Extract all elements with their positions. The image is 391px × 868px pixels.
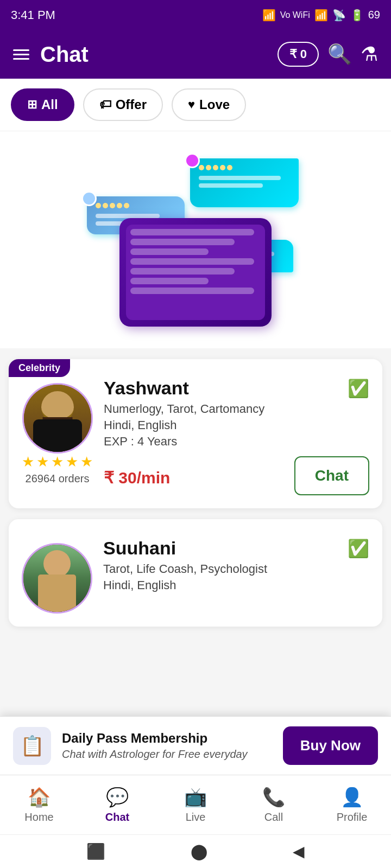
tab-offer[interactable]: 🏷 Offer — [83, 88, 163, 121]
chat-bubble-1 — [190, 158, 299, 207]
order-count: 26964 orders — [26, 473, 90, 485]
card-info: Yashwant ✅ Numerlogy, Tarot, Cartomancy … — [104, 372, 369, 495]
astrologer-name: Yashwant — [104, 378, 189, 399]
heart-icon: ♥ — [188, 98, 195, 112]
experience: EXP : 4 Years — [104, 435, 369, 449]
live-icon: 📺 — [184, 786, 207, 808]
bottom-stack: 📋 Daily Pass Membership Chat with Astrol… — [0, 716, 391, 868]
nav-chat[interactable]: 💬 Chat — [78, 775, 156, 834]
celebrity-badge: Celebrity — [9, 359, 70, 377]
avatar-suuhani — [22, 543, 92, 614]
avatar-yashwant — [22, 383, 93, 454]
price: ₹ 30/min — [104, 468, 170, 487]
verified-icon: ✅ — [348, 378, 369, 399]
hamburger-menu[interactable] — [13, 49, 29, 60]
pass-text: Daily Pass Membership Chat with Astrolog… — [62, 731, 272, 761]
status-bar: 3:41 PM 📶 Vo WiFi 📶 📡 🔋 69 — [0, 0, 391, 30]
home-label: Home — [24, 811, 53, 824]
battery-icon: 🔋 — [350, 9, 364, 22]
phone-graphic — [81, 153, 310, 327]
card-left-col-2 — [22, 532, 92, 614]
top-navigation: Chat ₹ 0 🔍 ⚗ — [0, 30, 391, 79]
wallet-button[interactable]: ₹ 0 — [278, 42, 319, 67]
card-info-2: Suuhani ✅ Tarot, Life Coash, Psychologis… — [103, 532, 369, 592]
nav-home[interactable]: 🏠 Home — [0, 775, 78, 834]
tab-all[interactable]: ⊞ All — [11, 88, 74, 121]
astrologer-card-yashwant: Celebrity ★ — [9, 359, 382, 508]
nav-live[interactable]: 📺 Live — [156, 775, 235, 834]
pass-subtitle: Chat with Astrologer for Free everyday — [62, 748, 272, 761]
astrologer-card-suuhani: Suuhani ✅ Tarot, Life Coash, Psychologis… — [9, 519, 382, 627]
languages-2: Hindi, English — [103, 578, 369, 592]
specialty: Numerlogy, Tarot, Cartomancy — [104, 402, 369, 416]
nav-call[interactable]: 📞 Call — [235, 775, 313, 834]
bottom-navigation: 🏠 Home 💬 Chat 📺 Live 📞 Call 👤 Profile — [0, 775, 391, 834]
battery-level: 69 — [368, 9, 380, 21]
tab-love[interactable]: ♥ Love — [172, 88, 246, 121]
vo-wifi-label: Vo WiFi — [280, 10, 310, 20]
page-title: Chat — [40, 42, 89, 67]
chat-label: Chat — [105, 811, 129, 824]
pass-icon: 📋 — [13, 727, 51, 765]
circle-button[interactable]: ⬤ — [191, 843, 207, 860]
nav-profile[interactable]: 👤 Profile — [313, 775, 391, 834]
avatar-image — [24, 385, 91, 452]
pass-title: Daily Pass Membership — [62, 731, 272, 746]
languages: Hindi, English — [104, 418, 369, 432]
home-icon: 🏠 — [28, 786, 51, 808]
signal-icon: 📶 — [262, 9, 276, 22]
live-label: Live — [186, 811, 206, 824]
astrologers-list: Celebrity ★ — [0, 348, 391, 637]
chat-nav-icon: 💬 — [106, 786, 129, 808]
back-button[interactable]: ◀ — [293, 843, 305, 860]
star-rating: ★ ★ ★ ★ ★ — [22, 454, 93, 470]
call-label: Call — [264, 811, 283, 824]
astrologer-name-2: Suuhani — [103, 538, 176, 559]
chat-button-yashwant[interactable]: Chat — [294, 456, 369, 495]
buy-now-button[interactable]: Buy Now — [283, 726, 378, 765]
search-icon[interactable]: 🔍 — [327, 43, 352, 66]
profile-label: Profile — [337, 811, 368, 824]
signal2-icon: 📶 — [314, 9, 328, 22]
avatar-image-2 — [23, 545, 91, 612]
offer-icon: 🏷 — [99, 98, 111, 112]
daily-pass-banner: 📋 Daily Pass Membership Chat with Astrol… — [0, 716, 391, 775]
status-icons: 📶 Vo WiFi 📶 📡 🔋 69 — [262, 9, 380, 22]
filter-tabs: ⊞ All 🏷 Offer ♥ Love — [0, 79, 391, 131]
verified-icon-2: ✅ — [348, 538, 369, 559]
tab-offer-label: Offer — [116, 97, 147, 112]
profile-icon: 👤 — [340, 786, 363, 808]
tab-all-label: All — [41, 97, 58, 112]
specialty-2: Tarot, Life Coash, Psychologist — [103, 562, 369, 576]
hero-illustration — [0, 131, 391, 348]
call-icon: 📞 — [262, 786, 285, 808]
grid-icon: ⊞ — [27, 98, 37, 112]
phone-body — [119, 218, 272, 327]
card-left-col: ★ ★ ★ ★ ★ 26964 orders — [22, 372, 93, 485]
android-navigation: ⬛ ⬤ ◀ — [0, 834, 391, 868]
tab-love-label: Love — [199, 97, 230, 112]
status-time: 3:41 PM — [11, 8, 55, 22]
filter-icon[interactable]: ⚗ — [361, 43, 378, 66]
wifi-icon: 📡 — [332, 9, 346, 22]
square-button[interactable]: ⬛ — [86, 843, 105, 860]
